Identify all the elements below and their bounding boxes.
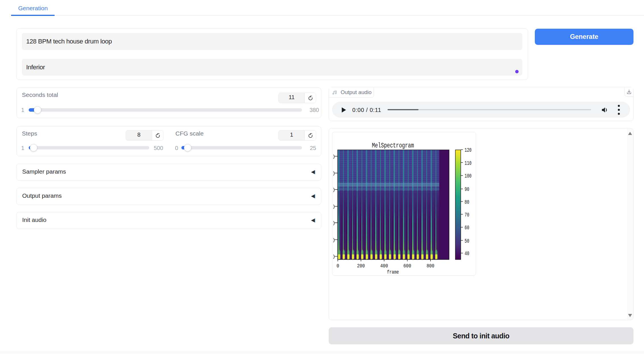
svg-text:90: 90 — [465, 186, 469, 193]
svg-text:200: 200 — [357, 263, 365, 269]
svg-text:0: 0 — [337, 263, 339, 269]
svg-text:60: 60 — [465, 224, 469, 231]
svg-text:): ) — [332, 238, 335, 243]
svg-text:70: 70 — [465, 212, 469, 218]
svg-text:400: 400 — [380, 263, 388, 269]
svg-text:): ) — [332, 187, 335, 193]
svg-text:100: 100 — [465, 173, 472, 179]
svg-text:50: 50 — [465, 238, 469, 244]
svg-text:): ) — [332, 154, 335, 159]
svg-text:): ) — [332, 204, 335, 209]
svg-text:): ) — [332, 171, 335, 176]
svg-text:800: 800 — [426, 263, 434, 269]
svg-text:): ) — [332, 220, 335, 226]
svg-text:40: 40 — [465, 250, 469, 257]
svg-text:80: 80 — [465, 199, 469, 205]
svg-text:600: 600 — [403, 263, 411, 269]
svg-text:): ) — [332, 254, 335, 259]
svg-text:frame: frame — [387, 269, 399, 275]
svg-text:120: 120 — [465, 147, 472, 153]
svg-text:MelSpectrogram: MelSpectrogram — [372, 142, 414, 149]
svg-text:110: 110 — [465, 160, 472, 166]
